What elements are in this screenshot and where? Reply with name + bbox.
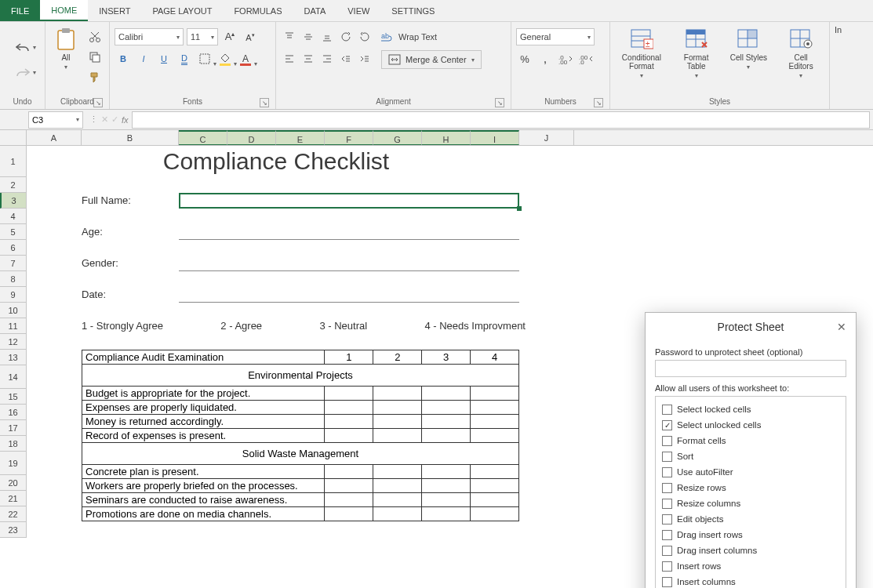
row-8[interactable]: 8 [0, 271, 26, 287]
tab-settings[interactable]: SETTINGS [380, 0, 446, 21]
checkbox[interactable] [662, 546, 672, 556]
permission-item[interactable]: ✓Select unlocked cells [662, 417, 839, 433]
clipboard-launcher[interactable]: ↘ [93, 98, 103, 107]
underline-button[interactable]: U [155, 50, 173, 67]
format-table-button[interactable]: Format Table▾ [674, 25, 719, 81]
merge-center-button[interactable]: Merge & Center ▾ [381, 50, 482, 69]
font-color-button[interactable]: A▾ [237, 50, 254, 67]
dialog-close-button[interactable]: ✕ [834, 319, 849, 335]
checkbox[interactable] [662, 514, 672, 524]
fill-color-button[interactable]: ▾ [216, 50, 234, 67]
cell-editors-button[interactable]: Cell Editors▾ [778, 25, 824, 81]
row-7[interactable]: 7 [0, 256, 26, 271]
col-F[interactable]: F [325, 130, 373, 145]
tab-view[interactable]: VIEW [336, 0, 380, 21]
tab-data[interactable]: DATA [293, 0, 337, 21]
col-B[interactable]: B [82, 130, 179, 145]
name-box[interactable]: C3▾ [28, 111, 83, 129]
bold-button[interactable]: B [115, 50, 132, 67]
password-input[interactable] [655, 360, 846, 377]
checkbox[interactable] [662, 467, 672, 477]
col-A[interactable]: A [27, 130, 82, 145]
rotate-cw-button[interactable] [356, 28, 373, 45]
row-2[interactable]: 2 [0, 177, 26, 193]
paste-all-button[interactable]: All ▾ [50, 25, 82, 72]
row-4[interactable]: 4 [0, 209, 26, 224]
fill-handle[interactable] [517, 206, 522, 211]
tab-page-layout[interactable]: PAGE LAYOUT [141, 0, 223, 21]
checkbox[interactable] [662, 561, 672, 572]
row-11[interactable]: 11 [0, 318, 26, 334]
permission-item[interactable]: Resize columns [662, 495, 839, 511]
permission-item[interactable]: Insert columns [662, 574, 839, 588]
row-21[interactable]: 21 [0, 491, 26, 506]
tab-insert[interactable]: INSERT [88, 0, 141, 21]
input-date[interactable] [179, 287, 519, 303]
increase-font-button[interactable]: A▴ [221, 28, 238, 45]
permission-item[interactable]: Edit objects [662, 511, 839, 527]
row-3[interactable]: 3 [0, 193, 26, 209]
copy-button[interactable] [86, 49, 104, 66]
row-9[interactable]: 9 [0, 287, 26, 303]
align-left-button[interactable] [281, 50, 298, 67]
row-20[interactable]: 20 [0, 475, 26, 491]
redo-button[interactable]: ▾ [14, 64, 31, 82]
increase-decimal-button[interactable]: .0.00 [557, 50, 574, 67]
col-H[interactable]: H [422, 130, 471, 145]
align-right-button[interactable] [318, 50, 336, 67]
font-size-combo[interactable]: 11▾ [187, 28, 218, 45]
row-13[interactable]: 13 [0, 350, 26, 365]
row-17[interactable]: 17 [0, 420, 26, 436]
numbers-launcher[interactable]: ↘ [594, 98, 603, 107]
undo-button[interactable]: ▾ [14, 39, 31, 56]
col-C[interactable]: C [179, 130, 227, 145]
cancel-formula-icon[interactable]: ✕ [101, 114, 108, 125]
align-bottom-button[interactable] [318, 28, 336, 45]
tab-home[interactable]: HOME [40, 0, 88, 21]
checkbox[interactable] [662, 452, 672, 462]
row-1[interactable]: 1 [0, 146, 26, 177]
decrease-indent-button[interactable] [337, 50, 355, 67]
row-6[interactable]: 6 [0, 240, 26, 256]
permission-item[interactable]: Format cells [662, 433, 839, 448]
row-10[interactable]: 10 [0, 303, 26, 318]
italic-button[interactable]: I [135, 50, 152, 67]
accept-formula-icon[interactable]: ✓ [111, 114, 118, 125]
row-18[interactable]: 18 [0, 436, 26, 452]
increase-indent-button[interactable] [356, 50, 373, 67]
row-15[interactable]: 15 [0, 389, 26, 405]
permission-item[interactable]: Resize rows [662, 480, 839, 495]
checkbox[interactable]: ✓ [662, 420, 672, 430]
permission-item[interactable]: Select locked cells [662, 401, 839, 417]
row-16[interactable]: 16 [0, 405, 26, 420]
rotate-ccw-button[interactable] [337, 28, 355, 45]
row-12[interactable]: 12 [0, 334, 26, 350]
select-all-corner[interactable] [0, 130, 27, 145]
tab-formulas[interactable]: FORMULAS [223, 0, 293, 21]
comma-button[interactable]: , [537, 50, 554, 67]
font-name-combo[interactable]: Calibri▾ [115, 28, 184, 45]
format-painter-button[interactable] [86, 69, 104, 86]
row-5[interactable]: 5 [0, 224, 26, 240]
row-19[interactable]: 19 [0, 452, 26, 475]
fx-icon[interactable]: fx [122, 115, 129, 125]
cell-styles-button[interactable]: Cell Styles▾ [725, 25, 772, 72]
cut-button[interactable] [86, 28, 104, 45]
permission-item[interactable]: Use autoFilter [662, 464, 839, 480]
align-center-button[interactable] [300, 50, 317, 67]
formula-input[interactable] [132, 111, 870, 129]
wrap-text-button[interactable]: ab Wrap Text [381, 28, 482, 45]
percent-button[interactable]: % [516, 50, 533, 67]
align-middle-button[interactable] [300, 28, 317, 45]
checkbox[interactable] [662, 436, 672, 446]
decrease-font-button[interactable]: A▾ [242, 28, 259, 45]
checkbox[interactable] [662, 483, 672, 493]
row-14[interactable]: 14 [0, 365, 26, 389]
fonts-launcher[interactable]: ↘ [260, 98, 269, 107]
input-age[interactable] [179, 224, 519, 240]
align-top-button[interactable] [281, 28, 298, 45]
tab-file[interactable]: FILE [0, 0, 40, 21]
double-underline-button[interactable]: D [176, 50, 193, 67]
col-I[interactable]: I [471, 130, 519, 145]
checkbox[interactable] [662, 405, 672, 415]
